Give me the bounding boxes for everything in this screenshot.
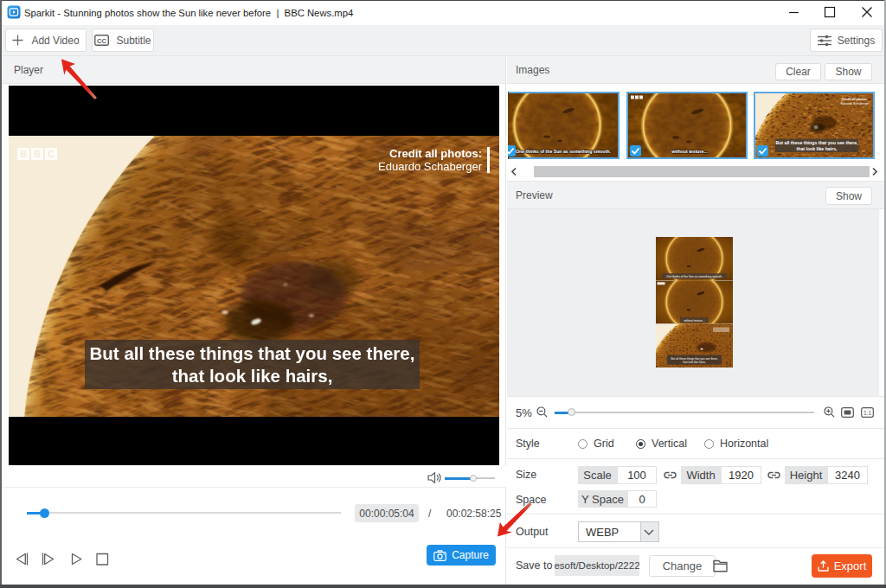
svg-text:without texture...: without texture... [684,319,704,323]
svg-text:But all these things that you: But all these things that you see there, [775,140,858,145]
svg-text:that look like hairs,: that look like hairs, [797,146,838,151]
svg-text:One thinks of the Sun as somet: One thinks of the Sun as something smoot… [666,275,722,278]
svg-text:B: B [20,150,26,159]
svg-text:One thinks of the Sun as somet: One thinks of the Sun as something smoot… [516,149,612,154]
svg-text:But all these things that you: But all these things that you see there, [671,357,717,361]
svg-text:without texture...: without texture... [671,149,708,154]
svg-text:Eduardo Schaberger: Eduardo Schaberger [840,102,870,105]
svg-text:C: C [48,150,54,159]
svg-text:that look like hairs,: that look like hairs, [683,361,706,364]
svg-text:B: B [34,150,40,159]
svg-text:CC: CC [98,37,107,45]
svg-text:Credit all photos:: Credit all photos: [842,98,868,101]
svg-text:1:1: 1:1 [864,410,871,416]
